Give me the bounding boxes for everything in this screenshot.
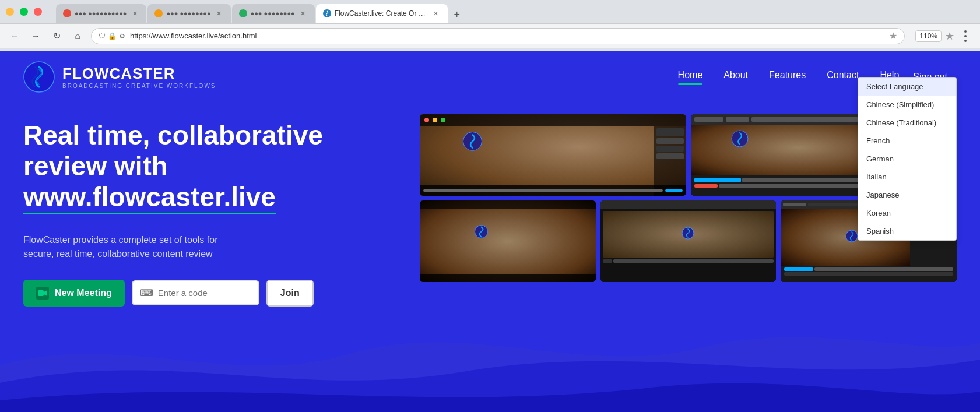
forward-button[interactable]: → (28, 29, 43, 44)
url-text: https://www.flowcaster.live/action.html (130, 31, 884, 40)
lang-option-fr-item[interactable]: French (858, 132, 956, 150)
close-button[interactable] (34, 8, 42, 16)
code-input[interactable] (158, 281, 251, 304)
svg-rect-2 (38, 290, 44, 296)
tune-icon: ⚙ (119, 32, 125, 40)
new-meeting-button[interactable]: New Meeting (23, 280, 125, 307)
screenshot-bottom-middle (600, 200, 777, 282)
logo-text: FLOWCASTER BROADCASTING CREATIVE WORKFLO… (62, 65, 216, 89)
tab3-title: ●●● ●●●●●●●● (251, 10, 295, 17)
browser-chrome: ●●● ●●●●●●●●●● ✕ ●●● ●●●●●●●● ✕ ●●● ●●●●… (0, 0, 980, 51)
logo-name: FLOWCASTER (62, 65, 216, 83)
hero-description: FlowCaster provides a complete set of to… (23, 233, 396, 261)
tab4-title: FlowCaster.live: Create Or Join M... (335, 9, 428, 17)
maximize-button[interactable] (20, 8, 28, 16)
logo-icon (23, 61, 55, 93)
star-icon[interactable]: ★ (945, 30, 954, 43)
join-button[interactable]: Join (266, 280, 314, 307)
zoom-level: 110% (915, 30, 942, 42)
language-dropdown-open: Select Language Chinese (Simplified) Chi… (858, 77, 957, 241)
title-bar: ●●● ●●●●●●●●●● ✕ ●●● ●●●●●●●● ✕ ●●● ●●●●… (0, 0, 980, 23)
navbar: FLOWCASTER BROADCASTING CREATIVE WORKFLO… (0, 51, 980, 103)
lang-option-ja-item[interactable]: Japanese (858, 186, 956, 204)
tab2-title: ●●● ●●●●●●●● (166, 10, 210, 17)
browser-tab-4[interactable]: FlowCaster.live: Create Or Join M... ✕ (316, 4, 448, 23)
new-meeting-label: New Meeting (55, 288, 112, 298)
window-controls (6, 8, 42, 16)
nav-contact[interactable]: Contact (827, 70, 859, 84)
hero-url-link[interactable]: www.flowcaster.live (23, 182, 276, 214)
bookmark-icon[interactable]: ★ (889, 30, 897, 41)
video-camera-icon (36, 287, 49, 300)
url-security-icons: 🛡 🔒 ⚙ (99, 32, 125, 40)
tab2-close[interactable]: ✕ (215, 9, 224, 18)
browser-tab-2[interactable]: ●●● ●●●●●●●● ✕ (147, 4, 230, 23)
hero-left: Real time, collaborative review with www… (23, 108, 396, 307)
hero-section: Real time, collaborative review with www… (0, 103, 980, 307)
screenshot-top-left (420, 114, 686, 196)
lang-option-zh-hans-item[interactable]: Chinese (Simplified) (858, 96, 956, 114)
shield-icon: 🛡 (99, 32, 106, 40)
logo-area: FLOWCASTER BROADCASTING CREATIVE WORKFLO… (23, 61, 216, 93)
hero-title: Real time, collaborative review with www… (23, 120, 396, 226)
nav-features[interactable]: Features (769, 70, 806, 84)
code-input-wrapper: ⌨ (132, 280, 259, 305)
lang-option-de-item[interactable]: German (858, 150, 956, 168)
lang-option-it-item[interactable]: Italian (858, 168, 956, 186)
hero-title-line1: Real time, collaborative (23, 120, 323, 150)
home-button[interactable]: ⌂ (70, 29, 85, 44)
page-content: FLOWCASTER BROADCASTING CREATIVE WORKFLO… (0, 51, 980, 412)
lock-icon: 🔒 (108, 32, 117, 40)
refresh-button[interactable]: ↻ (49, 29, 64, 44)
tab3-close[interactable]: ✕ (298, 9, 308, 18)
tab1-favicon (63, 9, 71, 17)
minimize-button[interactable] (6, 8, 14, 16)
browser-right-controls: 110% ★ (915, 29, 973, 44)
wave-background (0, 295, 980, 412)
hero-actions: New Meeting ⌨ Join (23, 280, 396, 307)
address-bar: ← → ↻ ⌂ 🛡 🔒 ⚙ https://www.flowcaster.liv… (0, 23, 980, 48)
tab4-favicon (323, 9, 331, 17)
nav-home[interactable]: Home (678, 70, 703, 84)
browser-tab-1[interactable]: ●●● ●●●●●●●●●● ✕ (56, 4, 146, 23)
new-tab-button[interactable]: + (449, 6, 465, 23)
tab3-favicon (239, 9, 247, 17)
tab4-close[interactable]: ✕ (431, 9, 441, 18)
browser-menu-button[interactable] (958, 29, 973, 44)
hero-title-line2: review with (23, 151, 168, 181)
lang-option-ko-item[interactable]: Korean (858, 204, 956, 222)
screenshot-bottom-left (420, 200, 596, 282)
back-button[interactable]: ← (7, 29, 22, 44)
tab1-close[interactable]: ✕ (130, 9, 139, 18)
nav-about[interactable]: About (723, 70, 748, 84)
keyboard-icon: ⌨ (140, 287, 153, 298)
url-bar[interactable]: 🛡 🔒 ⚙ https://www.flowcaster.live/action… (91, 28, 905, 44)
browser-tab-3[interactable]: ●●● ●●●●●●●● ✕ (232, 4, 315, 23)
lang-option-select-item[interactable]: Select Language (858, 78, 956, 96)
tab2-favicon (154, 9, 163, 17)
tabs-bar: ●●● ●●●●●●●●●● ✕ ●●● ●●●●●●●● ✕ ●●● ●●●●… (51, 1, 470, 23)
tab1-title: ●●● ●●●●●●●●●● (75, 10, 127, 17)
logo-tagline: BROADCASTING CREATIVE WORKFLOWS (62, 83, 216, 89)
lang-option-zh-hant-item[interactable]: Chinese (Traditional) (858, 114, 956, 132)
lang-option-es-item[interactable]: Spanish (858, 222, 956, 240)
